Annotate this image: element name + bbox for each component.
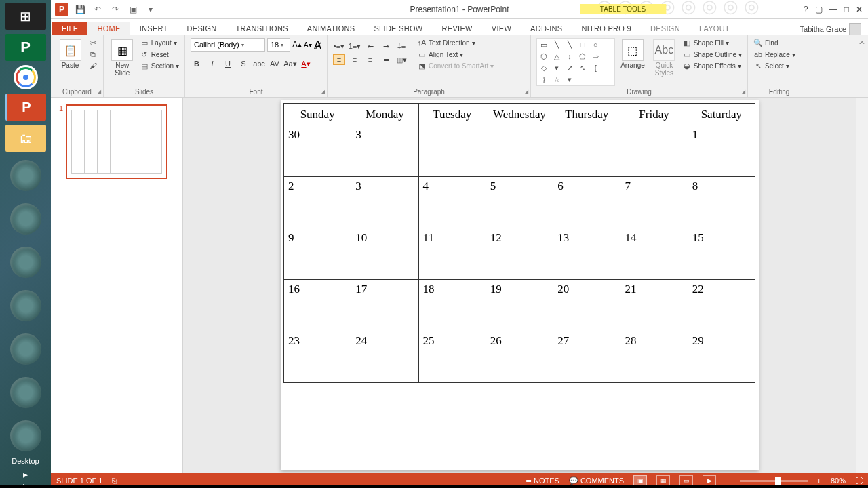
calendar-cell[interactable]: 8 — [688, 177, 755, 228]
qat-save-icon[interactable]: 💾 — [74, 3, 86, 16]
spellcheck-icon[interactable]: ⎘ — [112, 476, 117, 485]
vertical-scrollbar[interactable] — [856, 98, 868, 473]
underline-button[interactable]: U — [222, 58, 234, 69]
calendar-cell[interactable]: 21 — [620, 280, 688, 331]
clipboard-dialog-launcher[interactable]: ◢ — [97, 89, 101, 95]
line-spacing-button[interactable]: ‡≡ — [395, 41, 408, 52]
taskbar-chrome-icon[interactable] — [14, 65, 38, 89]
align-center-button[interactable]: ≡ — [349, 54, 361, 65]
tab-table-layout[interactable]: LAYOUT — [690, 22, 739, 35]
shape-outline-button[interactable]: ▭Shape Outline ▾ — [682, 49, 742, 59]
notes-button[interactable]: ≐ NOTES — [526, 476, 559, 485]
calendar-header[interactable]: Sunday — [284, 104, 351, 125]
clear-formatting-icon[interactable]: A̷ — [314, 39, 321, 52]
calendar-cell[interactable]: 23 — [284, 331, 351, 383]
decrease-font-icon[interactable]: A▾ — [304, 41, 312, 49]
calendar-cell[interactable]: 2 — [284, 177, 351, 228]
tab-home[interactable]: HOME — [87, 22, 130, 35]
zoom-slider[interactable] — [740, 480, 808, 482]
calendar-cell[interactable]: 3 — [351, 125, 418, 177]
shape-effects-button[interactable]: ◒Shape Effects ▾ — [682, 61, 742, 70]
slide-thumbnail-1[interactable] — [66, 104, 167, 179]
font-dialog-launcher[interactable]: ◢ — [321, 89, 325, 95]
calendar-cell[interactable]: 4 — [418, 177, 486, 228]
calendar-header[interactable]: Monday — [351, 104, 418, 125]
calendar-cell[interactable]: 9 — [284, 228, 351, 280]
fit-to-window-button[interactable]: ⛶ — [855, 476, 863, 485]
reset-button[interactable]: ↺Reset — [140, 49, 179, 59]
convert-smartart-button[interactable]: ⬔Convert to SmartArt ▾ — [417, 61, 494, 70]
format-painter-button[interactable]: 🖌 — [88, 61, 98, 70]
calendar-header[interactable]: Saturday — [688, 104, 755, 125]
desktop-label[interactable]: Desktop — [0, 457, 51, 465]
align-left-button[interactable]: ≡ — [333, 54, 345, 65]
calendar-cell[interactable]: 11 — [418, 228, 486, 280]
slide-canvas[interactable]: SundayMondayTuesdayWednesdayThursdayFrid… — [183, 98, 856, 473]
tab-animations[interactable]: ANIMATIONS — [298, 22, 365, 35]
start-button[interactable]: ⊞ — [5, 3, 46, 30]
calendar-header[interactable]: Thursday — [553, 104, 620, 125]
zoom-out-button[interactable]: − — [726, 476, 730, 485]
calendar-cell[interactable]: 12 — [486, 228, 553, 280]
align-text-button[interactable]: ▭Align Text ▾ — [417, 49, 494, 59]
tab-nitro[interactable]: NITRO PRO 9 — [572, 22, 641, 35]
tab-design[interactable]: DESIGN — [178, 22, 226, 35]
calendar-cell[interactable]: 1 — [688, 125, 755, 177]
calendar-header[interactable]: Friday — [620, 104, 688, 125]
maximize-button[interactable]: □ — [844, 5, 849, 14]
char-spacing-button[interactable]: AV — [269, 58, 281, 69]
calendar-cell[interactable] — [553, 125, 620, 177]
collapse-ribbon-icon[interactable]: ㅅ — [859, 38, 865, 47]
calendar-cell[interactable]: 7 — [620, 177, 688, 228]
change-case-button[interactable]: Aa▾ — [284, 58, 296, 69]
strikethrough-button[interactable]: S — [237, 58, 250, 69]
tab-addins[interactable]: ADD-INS — [521, 22, 572, 35]
text-direction-button[interactable]: ↕AText Direction ▾ — [417, 38, 494, 47]
taskbar-explorer-icon[interactable]: 🗂 — [5, 125, 46, 152]
calendar-cell[interactable]: 17 — [351, 280, 418, 331]
shadow-button[interactable]: abc — [253, 58, 265, 69]
calendar-cell[interactable]: 29 — [688, 331, 755, 383]
help-icon[interactable]: ? — [804, 5, 808, 14]
calendar-cell[interactable]: 10 — [351, 228, 418, 280]
paragraph-dialog-launcher[interactable]: ◢ — [524, 89, 528, 95]
select-button[interactable]: ↖Select ▾ — [753, 61, 795, 70]
qat-redo-icon[interactable]: ↷ — [109, 3, 121, 16]
calendar-cell[interactable]: 15 — [688, 228, 755, 280]
minimize-button[interactable]: — — [829, 5, 837, 14]
arrange-button[interactable]: ⬚ Arrange — [619, 38, 646, 70]
calendar-cell[interactable]: 16 — [284, 280, 351, 331]
find-button[interactable]: 🔍Find — [753, 38, 795, 47]
tab-insert[interactable]: INSERT — [130, 22, 178, 35]
tab-transitions[interactable]: TRANSITIONS — [226, 22, 298, 35]
slide[interactable]: SundayMondayTuesdayWednesdayThursdayFrid… — [281, 100, 759, 470]
decrease-indent-button[interactable]: ⇤ — [364, 41, 376, 52]
zoom-in-button[interactable]: + — [817, 476, 821, 485]
slide-indicator[interactable]: SLIDE 1 OF 1 — [56, 476, 102, 485]
italic-button[interactable]: I — [206, 58, 218, 69]
columns-button[interactable]: ▥▾ — [395, 54, 408, 65]
font-size-combo[interactable]: 18▾ — [267, 38, 290, 52]
shapes-gallery[interactable]: ▭╲╲□○⬡ △↕⬠⇨◇▾ ↗∿{}☆▾ — [536, 38, 615, 86]
calendar-cell[interactable]: 3 — [351, 177, 418, 228]
tab-view[interactable]: VIEW — [482, 22, 521, 35]
replace-button[interactable]: abReplace ▾ — [753, 49, 795, 59]
calendar-header[interactable]: Tuesday — [418, 104, 486, 125]
align-right-button[interactable]: ≡ — [364, 54, 376, 65]
calendar-cell[interactable]: 25 — [418, 331, 486, 383]
increase-font-icon[interactable]: A▴ — [292, 40, 302, 49]
taskbar-publisher-icon[interactable]: P — [5, 34, 46, 61]
section-button[interactable]: ▤Section ▾ — [140, 61, 179, 70]
bullets-button[interactable]: •≡▾ — [333, 41, 345, 52]
qat-customize-icon[interactable]: ▾ — [144, 3, 157, 16]
justify-button[interactable]: ≣ — [380, 54, 392, 65]
calendar-cell[interactable] — [486, 125, 553, 177]
calendar-cell[interactable]: 5 — [486, 177, 553, 228]
bold-button[interactable]: B — [191, 58, 203, 69]
close-button[interactable]: ✕ — [856, 5, 863, 14]
cut-button[interactable]: ✂ — [88, 38, 98, 47]
paste-button[interactable]: 📋 Paste — [56, 38, 84, 70]
tab-file[interactable]: FILE — [52, 22, 87, 35]
account-name[interactable]: Tabitha Grace — [800, 23, 868, 35]
calendar-cell[interactable] — [620, 125, 688, 177]
